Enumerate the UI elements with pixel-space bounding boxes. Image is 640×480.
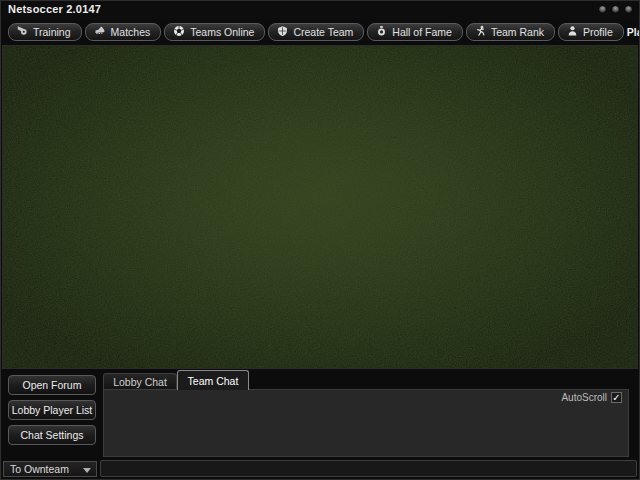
pitch-background: [2, 45, 638, 369]
main-toolbar: Training Matches Teams Online Create Tea…: [0, 19, 640, 44]
send-target-value: To Ownteam: [10, 463, 69, 475]
players-online-label: Players Online:: [627, 26, 640, 38]
nav-label: Hall of Fame: [392, 26, 452, 38]
nav-label: Training: [33, 26, 71, 38]
title-bar: Netsoccer 2.0147: [0, 0, 640, 19]
nav-button-training[interactable]: Training: [8, 23, 82, 41]
medal-icon: [376, 25, 387, 39]
chat-message-list: [108, 404, 624, 452]
open-forum-button[interactable]: Open Forum: [8, 375, 96, 395]
chevron-down-icon: [83, 468, 91, 473]
runner-icon: [475, 25, 486, 39]
toolbar-right-cluster: Players Online: 0: [627, 23, 640, 41]
nav-label: Matches: [111, 26, 151, 38]
nav-button-create-team[interactable]: Create Team: [268, 23, 364, 41]
autoscroll-control: AutoScroll ✓: [561, 392, 622, 403]
tab-lobby-chat[interactable]: Lobby Chat: [103, 373, 177, 389]
chat-message-input[interactable]: [100, 460, 637, 477]
nav-button-matches[interactable]: Matches: [85, 23, 162, 41]
close-button[interactable]: [624, 5, 633, 14]
send-target-dropdown[interactable]: To Ownteam: [3, 461, 97, 477]
nav-label: Team Rank: [491, 26, 544, 38]
maximize-button[interactable]: [611, 5, 620, 14]
whistle-icon: [17, 25, 28, 38]
chat-settings-button[interactable]: Chat Settings: [8, 425, 96, 445]
grass-texture: [3, 46, 637, 368]
nav-button-hall-of-fame[interactable]: Hall of Fame: [367, 23, 463, 41]
autoscroll-checkbox[interactable]: ✓: [611, 392, 622, 403]
nav-button-profile[interactable]: Profile: [558, 23, 624, 41]
players-online-text: Players Online: 0: [627, 26, 640, 38]
tab-team-chat[interactable]: Team Chat: [177, 370, 249, 390]
chat-message-panel[interactable]: AutoScroll ✓: [103, 389, 629, 457]
nav-label: Teams Online: [190, 26, 254, 38]
person-icon: [567, 25, 578, 39]
minimize-button[interactable]: [598, 5, 607, 14]
lobby-player-list-button[interactable]: Lobby Player List: [8, 400, 96, 420]
boot-icon: [94, 25, 106, 38]
nav-label: Profile: [583, 26, 613, 38]
nav-button-team-rank[interactable]: Team Rank: [466, 23, 555, 41]
nav-button-teams-online[interactable]: Teams Online: [164, 23, 265, 41]
autoscroll-label: AutoScroll: [561, 392, 607, 403]
soccer-ball-icon: [173, 25, 185, 39]
nav-label: Create Team: [293, 26, 353, 38]
window-controls: [598, 5, 633, 14]
app-title: Netsoccer 2.0147: [8, 3, 101, 15]
shield-icon: [277, 25, 288, 39]
